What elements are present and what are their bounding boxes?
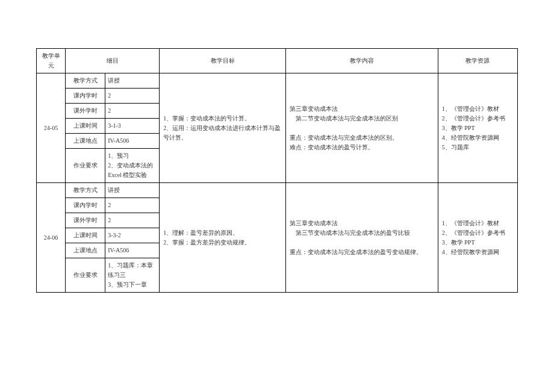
detail-label: 作业要求	[66, 258, 105, 293]
detail-label: 上课时间	[66, 228, 105, 243]
header-detail: 细目	[66, 49, 160, 73]
detail-label: 课内学时	[66, 89, 105, 104]
detail-label: 课外学时	[66, 104, 105, 119]
detail-value: IV-A506	[105, 134, 160, 149]
detail-label: 上课地点	[66, 134, 105, 149]
resources-cell: 1、《管理会计》教材 2、《管理会计》参考书 3、教学 PPT 4、经管院教学资…	[438, 183, 517, 293]
table-header-row: 教学单元 细目 教学目标 教学内容 教学资源	[37, 49, 518, 73]
content-cell: 第三章变动成本法 第三节变动成本法与完全成本法的盈亏比较 重点：变动成本法与完全…	[286, 183, 438, 293]
objectives-cell: 1、掌握：变动成本法的亏计算。 2、运用：运用变动成本法进行成本计算与盈亏计算。	[160, 73, 286, 183]
detail-label: 上课时间	[66, 119, 105, 134]
detail-label: 教学方式	[66, 183, 105, 198]
table-row: 24-05 教学方式 讲授 1、掌握：变动成本法的亏计算。 2、运用：运用变动成…	[37, 73, 518, 89]
header-content: 教学内容	[286, 49, 438, 73]
content-cell: 第三章变动成本法 第二节变动成本法与完全成本法的区别 重点：变动成本法与完全成本…	[286, 73, 438, 183]
detail-value: 讲授	[105, 73, 160, 89]
header-resources: 教学资源	[438, 49, 517, 73]
detail-label: 课外学时	[66, 213, 105, 228]
resources-cell: 1、《管理会计》教材 2、《管理会计》参考书 3、教学 PPT 4、经管院教学资…	[438, 73, 517, 183]
lesson-plan-table: 教学单元 细目 教学目标 教学内容 教学资源 24-05 教学方式 讲授 1、掌…	[36, 48, 518, 293]
detail-value: 2	[105, 89, 160, 104]
header-unit: 教学单元	[37, 49, 66, 73]
detail-value: 讲授	[105, 183, 160, 198]
detail-value: 3-1-3	[105, 119, 160, 134]
detail-label: 课内学时	[66, 198, 105, 213]
detail-value: IV-A506	[105, 243, 160, 258]
table-row: 24-06 教学方式 讲授 1、理解：盈亏差异的原因。 2、掌握：盈方差异的变动…	[37, 183, 518, 198]
unit-id: 24-06	[37, 183, 66, 293]
detail-value: 3-3-2	[105, 228, 160, 243]
detail-value: 1、习题库：本章练习三 3、预习下一章	[105, 258, 160, 293]
detail-value: 2	[105, 213, 160, 228]
unit-id: 24-05	[37, 73, 66, 183]
objectives-cell: 1、理解：盈亏差异的原因。 2、掌握：盈方差异的变动规律。	[160, 183, 286, 293]
detail-label: 作业要求	[66, 149, 105, 183]
detail-label: 教学方式	[66, 73, 105, 89]
header-objectives: 教学目标	[160, 49, 286, 73]
detail-value: 2	[105, 104, 160, 119]
detail-value: 1、预习 2、变动成本法的Excel 模型实验	[105, 149, 160, 183]
detail-label: 上课地点	[66, 243, 105, 258]
detail-value: 2	[105, 198, 160, 213]
